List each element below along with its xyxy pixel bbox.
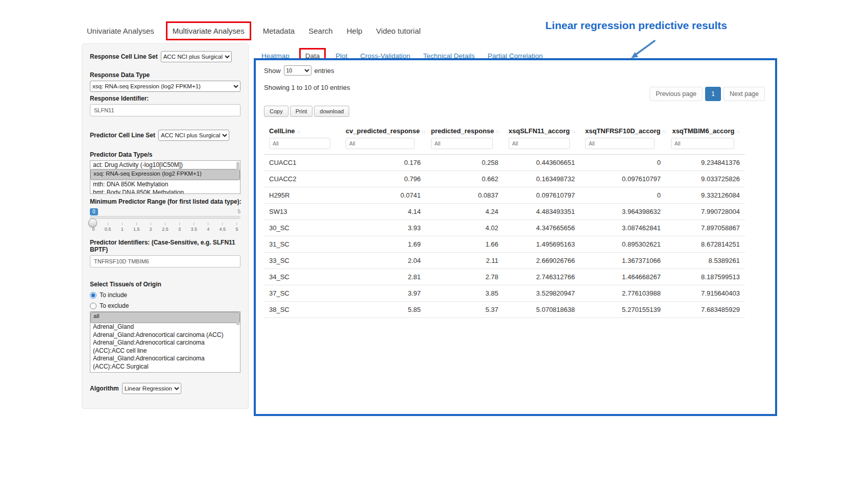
min-predictor-range-slider[interactable]: 0 5 00.511.522.533.544.55 — [90, 208, 240, 235]
cell-value: 9.033725826 — [666, 171, 745, 187]
response-identifier-input[interactable] — [90, 104, 240, 116]
results-table: CellLine↑↓cv_predicted_response↑↓predict… — [264, 123, 745, 318]
cell-value: 1.66 — [426, 236, 503, 253]
sort-icon[interactable]: ↑↓ — [297, 129, 301, 134]
algorithm-select[interactable]: Linear Regression — [122, 383, 181, 394]
column-header-cellline[interactable]: CellLine↑↓ — [264, 123, 341, 137]
cell-value: 3.97 — [341, 285, 426, 302]
sidebar: Response Cell Line Set ACC NCI plus Surg… — [82, 43, 249, 409]
cell-value: 1.495695163 — [503, 236, 580, 253]
predictor-types-label: Predictor Data Type/s — [90, 151, 240, 158]
sort-icon[interactable]: ↑↓ — [421, 129, 425, 134]
column-header-cv-predicted-response[interactable]: cv_predicted_response↑↓ — [341, 123, 426, 137]
filter-input-xsqtmbim6-accorg[interactable] — [671, 138, 734, 149]
cell-value: 0.662 — [426, 171, 503, 187]
exclude-radio[interactable] — [90, 303, 97, 309]
slider-tick: 1 — [119, 223, 125, 232]
cell-value: 3.529820947 — [503, 285, 580, 302]
nav-item-univariate-analyses[interactable]: Univariate Analyses — [87, 27, 154, 35]
response-type-label: Response Data Type — [90, 71, 240, 79]
table-row: CUACC10.1760.2580.44360665109.234841376 — [264, 155, 745, 171]
filter-input-predicted-response[interactable] — [431, 138, 493, 149]
predictor-type-option-mth[interactable]: mth: DNA 850K Methylation — [90, 180, 240, 188]
cell-line-name: 33_SC — [264, 253, 341, 269]
export-buttons: CopyPrintdownload — [264, 106, 767, 117]
sort-icon[interactable]: ↑↓ — [571, 129, 575, 134]
print-button[interactable]: Print — [290, 106, 313, 117]
cell-line-name: 37_SC — [264, 285, 341, 302]
cell-value: 0.443606651 — [503, 155, 580, 171]
predictor-set-select[interactable]: ACC NCI plus Surgical — [158, 130, 229, 141]
show-label: Show — [264, 67, 281, 75]
filter-input-cv-predicted-response[interactable] — [346, 138, 415, 149]
cell-line-name: CUACC1 — [264, 155, 341, 171]
cell-value: 0 — [580, 187, 666, 204]
table-header-row: CellLine↑↓cv_predicted_response↑↓predict… — [264, 123, 745, 137]
sort-icon[interactable]: ↑↓ — [662, 129, 666, 134]
show-entries-select[interactable]: 10 — [284, 65, 311, 76]
cell-value: 0.097610797 — [503, 187, 580, 204]
cell-value: 2.81 — [341, 269, 426, 285]
tissue-include-option[interactable]: To include — [90, 291, 240, 299]
tissue-option[interactable]: Adrenal_Gland:Adrenocortical carcinoma (… — [90, 355, 240, 371]
nav-item-multivariate-analyses[interactable]: Multivariate Analyses — [166, 21, 251, 40]
nav-item-metadata[interactable]: Metadata — [263, 27, 295, 35]
cell-value: 2.776103988 — [580, 285, 666, 302]
cell-value: 0.895302621 — [580, 236, 666, 253]
sort-icon[interactable]: ↑↓ — [496, 129, 500, 134]
tissue-option[interactable]: all — [90, 312, 240, 323]
pagination: Previous page 1 Next page — [649, 87, 765, 101]
slider-tick: 2.5 — [162, 223, 167, 232]
cell-value: 0.0741 — [341, 187, 426, 204]
slider-thumb[interactable] — [88, 218, 97, 227]
cell-line-name: 31_SC — [264, 236, 341, 253]
filter-input-xsqtnfrsf10d-accorg[interactable] — [585, 138, 655, 149]
cell-value: 0.097610797 — [580, 171, 666, 187]
results-panel: Show 10 entries Showing 1 to 10 of 10 en… — [254, 58, 777, 416]
slider-tick: 2 — [148, 223, 153, 232]
predictor-type-option-bmt[interactable]: bmt: Body DNA 850K Methylation — [90, 188, 240, 194]
predictor-identifiers-input[interactable] — [90, 255, 240, 267]
cell-value: 7.990728004 — [666, 204, 745, 220]
column-header-xsqtmbim6-accorg[interactable]: xsqTMBIM6_accorg↑↓ — [666, 123, 745, 137]
table-row: 31_SC1.691.661.4956951630.8953026218.672… — [264, 236, 745, 253]
nav-item-search[interactable]: Search — [308, 27, 333, 35]
predictor-identifiers-label: Predictor Identifiers: (Case-Sensitive, … — [90, 239, 240, 253]
tissue-option[interactable]: Adrenal_Gland:Adrenocortical carcinoma (… — [90, 339, 240, 355]
cell-value: 0.258 — [426, 155, 503, 171]
response-type-select[interactable]: xsq: RNA-seq Expression (log2 FPKM+1) — [90, 81, 240, 92]
filter-input-cellline[interactable] — [269, 138, 330, 149]
nav-item-help[interactable]: Help — [347, 27, 363, 35]
cell-value: 3.964398632 — [580, 204, 666, 220]
tissue-exclude-option[interactable]: To exclude — [90, 302, 240, 309]
slider-tick: 5 — [234, 223, 239, 232]
column-header-xsqtnfrsf10d-accorg[interactable]: xsqTNFRSF10D_accorg↑↓ — [580, 123, 666, 137]
cell-value: 4.24 — [426, 204, 503, 220]
predictor-type-option-xsq[interactable]: xsq: RNA-seq Expression (log2 FPKM+1) — [90, 169, 240, 180]
response-identifier-label: Response Identifier: — [90, 95, 240, 102]
include-radio[interactable] — [90, 292, 97, 299]
predictor-type-option-act[interactable]: act: Drug Activity (-log10[IC50M]) — [90, 161, 240, 169]
previous-page-button[interactable]: Previous page — [649, 87, 703, 101]
next-page-button[interactable]: Next page — [724, 87, 765, 101]
copy-button[interactable]: Copy — [264, 106, 288, 117]
nav-item-video-tutorial[interactable]: Video tutorial — [376, 27, 421, 35]
cell-value: 9.332126084 — [666, 187, 745, 204]
response-set-select[interactable]: ACC NCI plus Surgical — [161, 51, 232, 62]
column-header-predicted-response[interactable]: predicted_response↑↓ — [426, 123, 503, 137]
cell-value: 0 — [580, 155, 666, 171]
current-page-button[interactable]: 1 — [705, 87, 721, 101]
sort-icon[interactable]: ↑↓ — [736, 129, 740, 134]
tissue-option[interactable]: Adrenal_Gland — [90, 323, 240, 331]
slider-tick: 0.5 — [105, 223, 110, 232]
tissue-list[interactable]: allAdrenal_GlandAdrenal_Gland:Adrenocort… — [90, 311, 240, 373]
tissue-option[interactable]: Adrenal_Gland:Adrenocortical carcinoma (… — [90, 331, 240, 339]
table-row: H295R0.07410.08370.09761079709.332126084 — [264, 187, 745, 204]
download-button[interactable]: download — [314, 106, 349, 117]
cell-value: 5.37 — [426, 302, 503, 318]
table-row: SW134.144.244.4834933513.9643986327.9907… — [264, 204, 745, 220]
predictor-type-list[interactable]: act: Drug Activity (-log10[IC50M])xsq: R… — [90, 160, 240, 194]
top-nav: Univariate AnalysesMultivariate Analyses… — [87, 21, 421, 40]
filter-input-xsqslfn11-accorg[interactable] — [509, 138, 570, 149]
column-header-xsqslfn11-accorg[interactable]: xsqSLFN11_accorg↑↓ — [503, 123, 580, 137]
